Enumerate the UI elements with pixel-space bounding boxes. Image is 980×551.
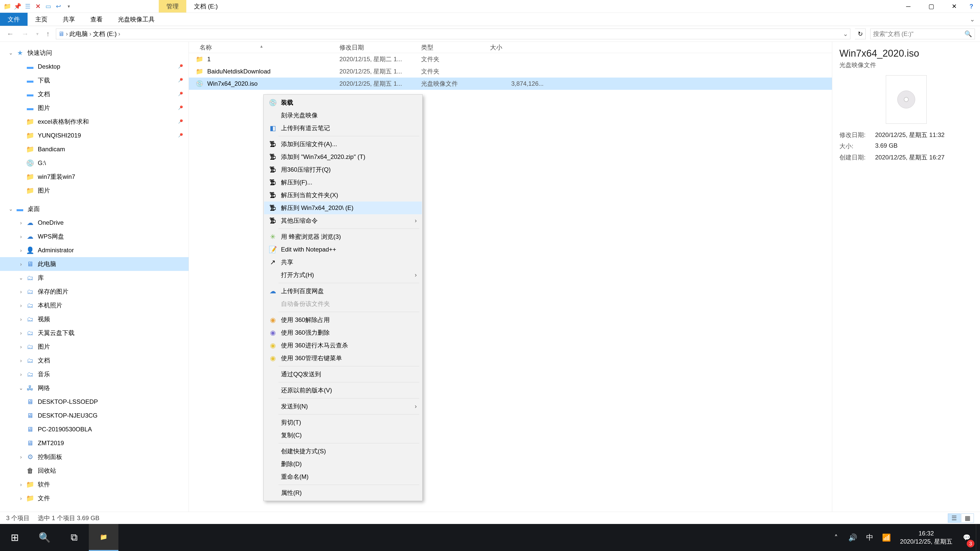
taskbar-explorer[interactable]: 📁 (89, 524, 118, 551)
tree-desktop2[interactable]: ⌄▬桌面 (0, 202, 189, 216)
tree-pc1[interactable]: 🖥DESKTOP-LSSOEDP (0, 395, 189, 409)
column-size[interactable]: 大小 (490, 43, 554, 52)
table-row[interactable]: 📁BaiduNetdiskDownload 2020/12/25, 星期五 1.… (189, 65, 832, 78)
cm-360-trojan[interactable]: ◉使用 360进行木马云查杀 (264, 339, 422, 352)
qat-delete-icon[interactable]: ✕ (35, 3, 41, 10)
tree-documents2[interactable]: ›🗂文档 (0, 354, 189, 367)
cm-bee-browser[interactable]: ✳用 蜂蜜浏览器 浏览(3) (264, 230, 422, 243)
close-button[interactable]: ✕ (943, 0, 966, 13)
tray-chevron-icon[interactable]: ˄ (828, 524, 845, 551)
cm-delete[interactable]: 删除(D) (264, 457, 422, 470)
view-details-button[interactable]: ☰ (948, 513, 961, 523)
task-view-button[interactable]: ⧉ (59, 524, 89, 551)
qat-pin-icon[interactable]: 📌 (14, 3, 21, 10)
maximize-button[interactable]: ▢ (920, 0, 943, 13)
tree-quick-access[interactable]: ⌄★快速访问 (0, 46, 189, 60)
qat-new-icon[interactable]: ▭ (45, 3, 52, 10)
tree-network[interactable]: ⌄🖧网络 (0, 381, 189, 395)
nav-recent-dropdown[interactable]: ▾ (35, 31, 40, 37)
tree-tianyi[interactable]: ›🗂天翼云盘下载 (0, 326, 189, 340)
cm-copy[interactable]: 复制(C) (264, 429, 422, 441)
ribbon-view[interactable]: 查看 (83, 13, 110, 26)
nav-back-button[interactable]: ← (5, 30, 15, 38)
qat-dropdown-icon[interactable]: ▾ (65, 3, 72, 10)
tab-manage[interactable]: 管理 (159, 0, 186, 13)
column-date[interactable]: 修改日期 (339, 43, 421, 52)
cm-properties[interactable]: 属性(R) (264, 486, 422, 499)
cm-other-compress[interactable]: 🗜其他压缩命令› (264, 214, 422, 227)
cm-mount[interactable]: 💿装载 (264, 96, 422, 109)
qat-undo-icon[interactable]: ↩ (55, 3, 62, 10)
search-icon[interactable]: 🔍 (964, 30, 972, 38)
cm-extract-to[interactable]: 🗜解压到(F)... (264, 176, 422, 189)
cm-rename[interactable]: 重命名(M) (264, 470, 422, 483)
tree-pictures3[interactable]: ›🗂图片 (0, 340, 189, 354)
help-button[interactable]: ? (966, 0, 980, 13)
cm-extract-named[interactable]: 🗜解压到 Win7x64_2020\ (E) (264, 202, 422, 214)
tree-cpanel[interactable]: ›⚙控制面板 (0, 450, 189, 464)
cm-create-shortcut[interactable]: 创建快捷方式(S) (264, 445, 422, 457)
tree-savedpics[interactable]: ›🗂保存的图片 (0, 285, 189, 299)
cm-baidu-upload[interactable]: ☁上传到百度网盘 (264, 285, 422, 297)
cm-add-archive[interactable]: 🗜添加到压缩文件(A)... (264, 138, 422, 151)
tree-desktop[interactable]: ▬Desktop📍 (0, 60, 189, 73)
tree-videos[interactable]: ›🗂视频 (0, 312, 189, 326)
chevron-right-icon[interactable]: › (118, 30, 120, 38)
minimize-button[interactable]: ─ (897, 0, 920, 13)
ime-indicator[interactable]: 中 (861, 524, 878, 551)
nav-tree[interactable]: ⌄★快速访问 ▬Desktop📍 ▬下载📍 ▬文档📍 ▬图片📍 📁excel表格… (0, 42, 189, 512)
cm-cut[interactable]: 剪切(T) (264, 416, 422, 429)
refresh-button[interactable]: ↻ (855, 29, 865, 39)
tree-software[interactable]: ›📁软件 (0, 478, 189, 491)
cm-extract-here[interactable]: 🗜解压到当前文件夹(X) (264, 189, 422, 202)
cm-share[interactable]: ↗共享 (264, 256, 422, 268)
cm-360-unlock[interactable]: ◉使用 360解除占用 (264, 313, 422, 326)
notification-button[interactable]: 💬3 (958, 524, 976, 551)
breadcrumb[interactable]: 🖥 › 此电脑 › 文档 (E:) › ⌄ (56, 29, 850, 39)
taskbar-search-button[interactable]: 🔍 (30, 524, 59, 551)
tree-pictures2[interactable]: 📁图片 (0, 184, 189, 197)
tree-bandicam[interactable]: 📁Bandicam (0, 142, 189, 156)
breadcrumb-root[interactable]: 此电脑 (69, 30, 88, 38)
table-row[interactable]: 💿Win7x64_2020.iso 2020/12/25, 星期五 1... 光… (189, 78, 832, 90)
qat-checklist-icon[interactable]: ☰ (24, 3, 31, 10)
tree-pc4[interactable]: 🖥ZMT2019 (0, 436, 189, 450)
chevron-right-icon[interactable]: › (89, 30, 91, 38)
tray-volume-icon[interactable]: 🔊 (845, 524, 861, 551)
tree-lib[interactable]: ⌄🗂库 (0, 271, 189, 285)
cm-burn[interactable]: 刻录光盘映像 (264, 109, 422, 122)
ribbon-share[interactable]: 共享 (55, 13, 83, 26)
column-name[interactable]: 名称▴ (189, 43, 339, 52)
breadcrumb-current[interactable]: 文档 (E:) (93, 30, 117, 38)
chevron-right-icon[interactable]: › (66, 30, 68, 38)
tree-downloads[interactable]: ▬下载📍 (0, 73, 189, 87)
ribbon-expand-icon[interactable]: ⌄ (970, 13, 980, 26)
tray-network-icon[interactable]: 📶 (878, 524, 895, 551)
breadcrumb-dropdown-icon[interactable]: ⌄ (843, 30, 850, 38)
tree-wps[interactable]: ›☁WPS网盘 (0, 230, 189, 243)
search-input[interactable]: 搜索"文档 (E:)" 🔍 (870, 29, 975, 39)
ribbon-file[interactable]: 文件 (0, 13, 27, 26)
tree-yunqishi[interactable]: 📁YUNQISHI2019📍 (0, 129, 189, 142)
cm-open-with[interactable]: 打开方式(H)› (264, 268, 422, 281)
tree-thispc[interactable]: ›🖥此电脑 (0, 257, 189, 271)
tree-recycle[interactable]: 🗑回收站 (0, 464, 189, 478)
view-icons-button[interactable]: ▦ (961, 513, 974, 523)
cm-notepadpp[interactable]: 📝Edit with Notepad++ (264, 243, 422, 256)
tree-gdrive[interactable]: 💿G:\ (0, 156, 189, 170)
table-row[interactable]: 📁1 2020/12/15, 星期二 1... 文件夹 (189, 53, 832, 65)
nav-up-button[interactable]: ↑ (45, 30, 51, 38)
tree-music[interactable]: ›🗂音乐 (0, 367, 189, 381)
cm-360-force-delete[interactable]: ◉使用 360强力删除 (264, 326, 422, 339)
cm-360-menu[interactable]: ◉使用 360管理右键菜单 (264, 352, 422, 365)
cm-add-zip[interactable]: 🗜添加到 "Win7x64_2020.zip" (T) (264, 151, 422, 163)
tree-pictures[interactable]: ▬图片📍 (0, 101, 189, 115)
column-type[interactable]: 类型 (421, 43, 490, 52)
start-button[interactable]: ⊞ (0, 524, 30, 551)
nav-forward-button[interactable]: → (20, 30, 30, 38)
tree-camera[interactable]: ›🗂本机照片 (0, 299, 189, 312)
ribbon-home[interactable]: 主页 (27, 13, 55, 26)
cm-send-to[interactable]: 发送到(N)› (264, 400, 422, 413)
tree-admin[interactable]: ›👤Administrator (0, 243, 189, 257)
tree-documents[interactable]: ▬文档📍 (0, 87, 189, 101)
